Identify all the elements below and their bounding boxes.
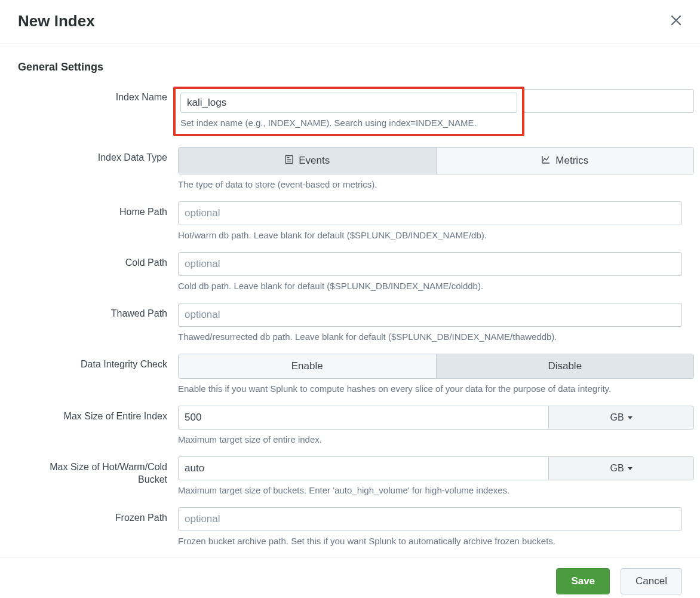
data-type-metrics-button[interactable]: Metrics	[436, 148, 694, 174]
max-index-size-input[interactable]	[178, 406, 548, 430]
save-button[interactable]: Save	[556, 568, 610, 594]
dialog-body: General Settings Index Name Set index na…	[0, 44, 700, 557]
integrity-disable-label: Disable	[548, 360, 582, 372]
hint-max-index-size: Maximum target size of entire index.	[178, 433, 682, 446]
hint-index-name: Set index name (e.g., INDEX_NAME). Searc…	[180, 116, 517, 129]
label-max-index-size: Max Size of Entire Index	[18, 406, 178, 423]
integrity-enable-label: Enable	[291, 360, 323, 372]
row-data-type: Index Data Type Events Metrics The type …	[18, 147, 682, 191]
cancel-button[interactable]: Cancel	[621, 568, 682, 594]
label-max-bucket-size: Max Size of Hot/Warm/Cold Bucket	[18, 456, 178, 486]
cold-path-input[interactable]	[178, 252, 682, 276]
max-bucket-size-input[interactable]	[178, 456, 548, 480]
row-home-path: Home Path Hot/warm db path. Leave blank …	[18, 201, 682, 241]
frozen-path-input[interactable]	[178, 507, 682, 531]
data-type-toggle: Events Metrics	[178, 147, 694, 174]
unit-label: GB	[610, 412, 624, 423]
home-path-input[interactable]	[178, 201, 682, 225]
row-max-bucket-size: Max Size of Hot/Warm/Cold Bucket GB Maxi…	[18, 456, 682, 496]
label-integrity: Data Integrity Check	[18, 354, 178, 371]
label-data-type: Index Data Type	[18, 147, 178, 164]
label-thawed-path: Thawed Path	[18, 303, 178, 320]
integrity-disable-button[interactable]: Disable	[436, 354, 694, 378]
svg-rect-2	[287, 159, 291, 160]
integrity-enable-button[interactable]: Enable	[179, 354, 436, 378]
section-title: General Settings	[18, 61, 682, 73]
label-cold-path: Cold Path	[18, 252, 178, 269]
row-max-index-size: Max Size of Entire Index GB Maximum targ…	[18, 406, 682, 446]
dialog-footer: Save Cancel	[0, 557, 700, 598]
hint-cold-path: Cold db path. Leave blank for default ($…	[178, 280, 682, 292]
row-integrity: Data Integrity Check Enable Disable Enab…	[18, 354, 682, 395]
hint-max-bucket-size: Maximum target size of buckets. Enter 'a…	[178, 484, 682, 496]
label-home-path: Home Path	[18, 201, 178, 219]
thawed-path-input[interactable]	[178, 303, 682, 327]
max-bucket-size-unit-dropdown[interactable]: GB	[548, 456, 694, 480]
dialog-title: New Index	[18, 12, 95, 30]
data-type-events-button[interactable]: Events	[179, 148, 436, 174]
data-type-events-label: Events	[299, 155, 330, 167]
events-icon	[284, 155, 294, 167]
hint-data-type: The type of data to store (event-based o…	[178, 178, 682, 191]
hint-frozen-path: Frozen bucket archive path. Set this if …	[178, 535, 682, 547]
label-frozen-path: Frozen Path	[18, 507, 178, 525]
row-thawed-path: Thawed Path Thawed/resurrected db path. …	[18, 303, 682, 343]
chevron-down-icon	[628, 467, 633, 470]
metrics-icon	[541, 155, 551, 167]
svg-rect-1	[287, 157, 290, 158]
label-index-name: Index Name	[18, 87, 178, 104]
dialog-header: New Index	[0, 0, 700, 44]
chevron-down-icon	[628, 416, 633, 419]
row-frozen-path: Frozen Path Frozen bucket archive path. …	[18, 507, 682, 547]
highlight-box: Set index name (e.g., INDEX_NAME). Searc…	[173, 87, 524, 136]
hint-home-path: Hot/warm db path. Leave blank for defaul…	[178, 229, 682, 241]
row-cold-path: Cold Path Cold db path. Leave blank for …	[18, 252, 682, 292]
close-icon[interactable]	[670, 14, 682, 29]
svg-rect-3	[287, 161, 291, 161]
hint-thawed-path: Thawed/resurrected db path. Leave blank …	[178, 330, 682, 343]
integrity-toggle: Enable Disable	[178, 354, 694, 379]
max-index-size-unit-dropdown[interactable]: GB	[548, 406, 694, 430]
index-name-input[interactable]	[180, 93, 517, 113]
data-type-metrics-label: Metrics	[555, 155, 588, 167]
row-index-name: Index Name Set index name (e.g., INDEX_N…	[18, 87, 682, 136]
unit-label: GB	[610, 463, 624, 474]
hint-integrity: Enable this if you want Splunk to comput…	[178, 382, 682, 395]
